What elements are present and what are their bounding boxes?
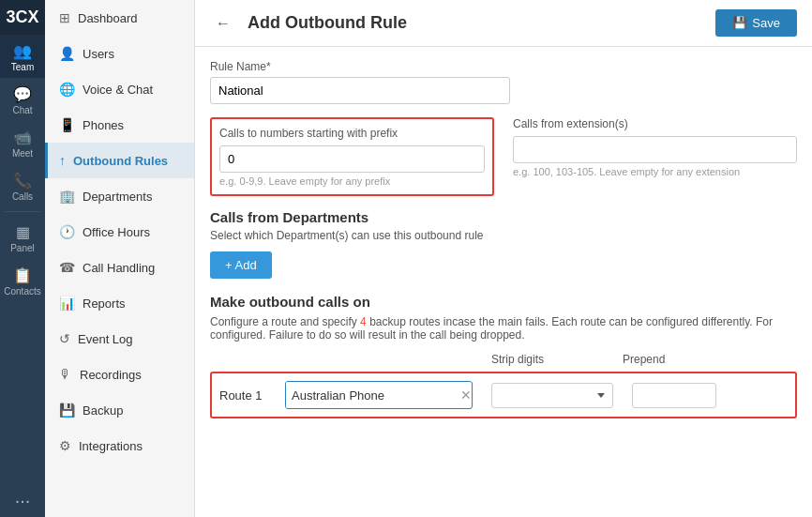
- sidebar-icon-team[interactable]: 👥 Team: [0, 35, 45, 78]
- sidebar-item-integrations[interactable]: ⚙ Integrations: [45, 428, 194, 464]
- users-icon: 👤: [59, 46, 75, 61]
- calls-icon: 📞: [13, 172, 32, 190]
- outbound-desc: Configure a route and specify 4 backup r…: [210, 315, 797, 342]
- icon-sidebar: 3CX 👥 Team 💬 Chat 📹 Meet 📞 Calls ▦ Panel…: [0, 0, 45, 517]
- strip-digits-header: Strip digits: [491, 353, 623, 366]
- recordings-icon: 🎙: [59, 367, 72, 382]
- sidebar-item-dashboard[interactable]: ⊞ Dashboard: [45, 0, 194, 36]
- sidebar-icon-contacts-label: Contacts: [4, 286, 40, 297]
- extension-input[interactable]: [513, 136, 797, 163]
- strip-digits-select[interactable]: [491, 383, 613, 408]
- backup-icon: 💾: [59, 403, 75, 418]
- prepend-header: Prepend: [623, 353, 716, 366]
- sidebar-icon-calls[interactable]: 📞 Calls: [0, 164, 45, 207]
- prefix-hint: e.g. 0-9,9. Leave empty for any prefix: [219, 175, 485, 187]
- sidebar-item-phones[interactable]: 📱 Phones: [45, 107, 194, 143]
- sidebar-item-voice-chat[interactable]: 🌐 Voice & Chat: [45, 71, 194, 107]
- sidebar-item-dashboard-label: Dashboard: [78, 11, 138, 25]
- departments-heading: Calls from Departments: [210, 209, 797, 225]
- sidebar-icon-chat-label: Chat: [12, 105, 32, 115]
- route-header-row: Strip digits Prepend: [210, 353, 797, 366]
- sidebar-item-outbound-rules[interactable]: ↑ Outbound Rules: [45, 143, 194, 178]
- sidebar-icon-panel[interactable]: ▦ Panel: [0, 216, 45, 259]
- save-icon: 💾: [732, 16, 747, 30]
- dashboard-icon: ⊞: [59, 10, 70, 25]
- nav-sidebar: ⊞ Dashboard 👤 Users 🌐 Voice & Chat 📱 Pho…: [45, 0, 195, 517]
- sidebar-item-event-log-label: Event Log: [78, 332, 133, 346]
- rule-name-input[interactable]: [210, 77, 510, 104]
- sidebar-item-recordings-label: Recordings: [80, 368, 142, 382]
- phones-icon: 📱: [59, 117, 75, 132]
- outbound-heading: Make outbound calls on: [210, 294, 797, 310]
- sidebar-item-office-hours-label: Office Hours: [83, 225, 150, 239]
- sidebar-icon-team-label: Team: [11, 62, 34, 72]
- prefix-input[interactable]: [219, 145, 485, 173]
- sidebar-item-voice-chat-label: Voice & Chat: [83, 83, 153, 97]
- meet-icon: 📹: [13, 129, 32, 146]
- sidebar-item-phones-label: Phones: [83, 118, 124, 132]
- sidebar-item-call-handling[interactable]: ☎ Call Handling: [45, 250, 194, 285]
- sidebar-icon-calls-label: Calls: [12, 191, 33, 202]
- sidebar-divider: [5, 211, 40, 212]
- page-title: Add Outbound Rule: [248, 13, 704, 33]
- back-button[interactable]: ←: [210, 13, 236, 34]
- sidebar-item-reports-label: Reports: [83, 297, 126, 311]
- prefix-col: Calls to numbers starting with prefix e.…: [210, 117, 494, 196]
- chat-icon: 💬: [13, 85, 32, 103]
- rule-name-group: Rule Name*: [210, 60, 797, 104]
- panel-icon: ▦: [16, 223, 30, 241]
- sidebar-item-reports[interactable]: 📊 Reports: [45, 285, 194, 321]
- reports-icon: 📊: [59, 296, 75, 311]
- departments-sub: Select which Department(s) can use this …: [210, 229, 797, 242]
- prefix-label: Calls to numbers starting with prefix: [219, 127, 485, 140]
- route-label: Route 1: [219, 388, 285, 403]
- departments-icon: 🏢: [59, 189, 75, 204]
- prefix-box: Calls to numbers starting with prefix e.…: [210, 117, 494, 196]
- sidebar-item-backup-label: Backup: [83, 403, 123, 418]
- save-button[interactable]: 💾 Save: [715, 9, 797, 37]
- rule-name-label: Rule Name*: [210, 60, 797, 73]
- sidebar-item-users[interactable]: 👤 Users: [45, 36, 194, 71]
- extension-label: Calls from extension(s): [513, 117, 797, 130]
- sidebar-icon-contacts[interactable]: 📋 Contacts: [0, 259, 45, 302]
- sidebar-item-departments[interactable]: 🏢 Departments: [45, 178, 194, 214]
- route-select-wrap[interactable]: ✕ ▼: [285, 381, 473, 409]
- form-body: Rule Name* Calls to numbers starting wit…: [195, 47, 812, 517]
- app-name-label: 3CX: [6, 8, 38, 27]
- integrations-icon: ⚙: [59, 438, 71, 453]
- sidebar-item-integrations-label: Integrations: [79, 439, 143, 453]
- outbound-rules-icon: ↑: [59, 153, 66, 168]
- prefix-row: Calls to numbers starting with prefix e.…: [210, 117, 797, 196]
- sidebar-icon-chat[interactable]: 💬 Chat: [0, 78, 45, 121]
- event-log-icon: ↺: [59, 331, 70, 346]
- prepend-input[interactable]: [632, 383, 716, 408]
- sidebar-item-users-label: Users: [83, 47, 114, 61]
- extension-hint: e.g. 100, 103-105. Leave empty for any e…: [513, 166, 797, 177]
- sidebar-icon-meet-label: Meet: [12, 148, 33, 159]
- contacts-icon: 📋: [13, 266, 32, 284]
- more-icon[interactable]: ...: [15, 477, 31, 517]
- route-select-input[interactable]: [286, 382, 455, 408]
- sidebar-icon-panel-label: Panel: [10, 243, 35, 253]
- sidebar-item-call-handling-label: Call Handling: [83, 261, 155, 275]
- voice-chat-icon: 🌐: [59, 82, 75, 97]
- sidebar-item-event-log[interactable]: ↺ Event Log: [45, 321, 194, 357]
- call-handling-icon: ☎: [59, 260, 75, 275]
- office-hours-icon: 🕐: [59, 224, 75, 239]
- sidebar-item-recordings[interactable]: 🎙 Recordings: [45, 357, 194, 392]
- team-icon: 👥: [13, 42, 32, 60]
- sidebar-icon-meet[interactable]: 📹 Meet: [0, 121, 45, 164]
- sidebar-item-outbound-rules-label: Outbound Rules: [73, 154, 168, 168]
- main-header: ← Add Outbound Rule 💾 Save: [195, 0, 812, 47]
- main-content: ← Add Outbound Rule 💾 Save Rule Name* Ca…: [195, 0, 812, 517]
- extension-col: Calls from extension(s) e.g. 100, 103-10…: [513, 117, 797, 196]
- route-clear-icon[interactable]: ✕: [455, 388, 473, 403]
- route-row: Route 1 ✕ ▼: [210, 372, 797, 418]
- sidebar-item-backup[interactable]: 💾 Backup: [45, 392, 194, 428]
- sidebar-item-office-hours[interactable]: 🕐 Office Hours: [45, 214, 194, 250]
- add-department-button[interactable]: + Add: [210, 251, 272, 279]
- app-logo: 3CX: [0, 0, 45, 35]
- sidebar-item-departments-label: Departments: [83, 190, 152, 204]
